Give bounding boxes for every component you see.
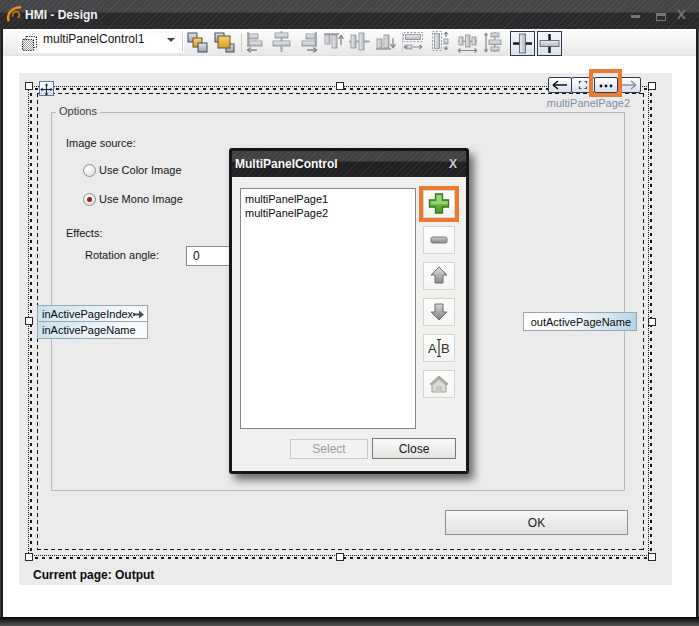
svg-text:A: A <box>428 341 437 356</box>
svg-text:B: B <box>441 341 450 356</box>
